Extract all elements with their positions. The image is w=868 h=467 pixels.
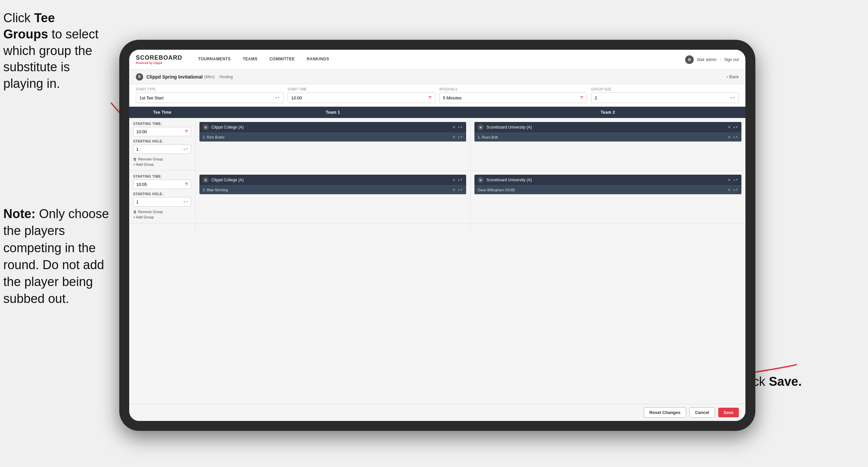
team-remove-x-1-1[interactable]: ✕ (452, 125, 456, 129)
start-type-input[interactable]: 1st Tee Start ▲▼ (136, 92, 284, 103)
logo-area: SCOREBOARD Powered by clippd (136, 54, 182, 65)
save-button[interactable]: Save (718, 408, 739, 417)
team-arrows-2-1[interactable]: ▲▼ (733, 126, 738, 128)
intervals-spinner[interactable]: ⏰ (580, 96, 583, 99)
player-name-1-2-1: 2. Blair McHarg (203, 188, 452, 192)
player-x-2-1-1[interactable]: ✕ (727, 135, 731, 140)
remove-group-btn-1[interactable]: 🗑 Remove Group (133, 157, 191, 161)
player-arrows-1-1-1[interactable]: ▲▼ (458, 136, 463, 139)
tee-actions-2: 🗑 Remove Group + Add Group (133, 210, 191, 219)
start-type-group: Start Type 1st Tee Start ▲▼ (136, 88, 284, 103)
logo-powered: Powered by clippd (136, 61, 182, 65)
tee-group-row-2: STARTING TIME: 10:05 ⏰ STARTING HOLE: 1 … (129, 171, 745, 224)
player-row-2-2-1[interactable]: Dave Billingham (SUB) ✕ ▲▼ (474, 185, 741, 194)
team-remove-x-1-2[interactable]: ✕ (452, 178, 456, 182)
starting-time-label-1: STARTING TIME: (133, 122, 191, 126)
instruction-top-text1: Click (3, 11, 34, 25)
starting-time-value-2: 10:05 (136, 182, 147, 187)
start-time-spinner[interactable]: ⏰ (428, 96, 432, 99)
hole-spinner-2[interactable]: ▲▼ (183, 201, 188, 203)
powered-by-text: Powered by (136, 61, 153, 65)
team-arrows-1-1[interactable]: ▲▼ (458, 126, 463, 128)
team-name-2-2: Scoreboard University (A) (486, 178, 725, 182)
nav-tournaments[interactable]: TOURNAMENTS (192, 50, 237, 69)
team-badge-2-2: B (478, 177, 484, 183)
group-size-group: Group Size 2 ▲▼ (591, 88, 739, 103)
team1-col-1: B Clippd College (A) ✕ ▲▼ 1. Rich Butler… (195, 118, 470, 170)
add-group-btn-1[interactable]: + Add Group (133, 163, 191, 166)
group-size-spinner[interactable]: ▲▼ (730, 96, 735, 99)
settings-row: Start Type 1st Tee Start ▲▼ Start Time 1… (129, 84, 745, 107)
trash-icon-1: 🗑 (133, 157, 137, 161)
back-button[interactable]: ‹ Back (726, 74, 739, 79)
nav-right: B blair admin | Sign out (685, 55, 739, 64)
starting-hole-value-2: 1 (136, 200, 138, 204)
trash-icon-2: 🗑 (133, 210, 137, 214)
hosting-label: Hosting (219, 75, 233, 79)
cancel-button[interactable]: Cancel (689, 407, 715, 418)
col-team1: Team 1 (195, 107, 470, 118)
team-badge-1-1: B (203, 124, 209, 130)
intervals-label: Intervals (439, 88, 587, 91)
team2-col-1: B Scoreboard University (A) ✕ ▲▼ 1. Rees… (470, 118, 745, 170)
group-size-input[interactable]: 2 ▲▼ (591, 92, 739, 103)
player-row-2-1-1[interactable]: 1. Rees Britt ✕ ▲▼ (474, 133, 741, 142)
start-time-group: Start Time 10:00 ⏰ (287, 88, 435, 103)
footer-bar: Reset Changes Cancel Save (129, 404, 745, 421)
player-name-2-2-1: Dave Billingham (SUB) (478, 188, 727, 192)
player-x-1-1-1[interactable]: ✕ (452, 135, 456, 140)
hole-spinner-1[interactable]: ▲▼ (183, 148, 188, 150)
team-card-header-2-2: B Scoreboard University (A) ✕ ▲▼ (474, 175, 741, 185)
add-group-btn-2[interactable]: + Add Group (133, 215, 191, 219)
player-actions-1-1-1: ✕ ▲▼ (452, 135, 463, 140)
team-card-header-2-1: B Scoreboard University (A) ✕ ▲▼ (474, 122, 741, 133)
player-arrows-1-2-1[interactable]: ▲▼ (458, 188, 463, 191)
starting-hole-label-2: STARTING HOLE: (133, 192, 191, 196)
team1-col-2: B Clippd College (A) ✕ ▲▼ 2. Blair McHar… (195, 171, 470, 223)
gender-label: (Men) (205, 75, 215, 79)
intervals-input[interactable]: 5 Minutes ⏰ (439, 92, 587, 103)
player-row-1-1-1[interactable]: 1. Rich Butler ✕ ▲▼ (199, 133, 466, 142)
team-remove-x-2-1[interactable]: ✕ (727, 125, 731, 129)
team-name-1-2: Clippd College (A) (211, 178, 450, 182)
time-spinner-2[interactable]: ⏰ (185, 183, 188, 185)
start-type-spinner[interactable]: ▲▼ (275, 96, 280, 99)
nav-committee[interactable]: COMMITTEE (264, 50, 301, 69)
instruction-note: Note: Only choose the players competing … (3, 205, 113, 308)
team-card-1-1: B Clippd College (A) ✕ ▲▼ 1. Rich Butler… (199, 122, 466, 142)
team-card-1-2: B Clippd College (A) ✕ ▲▼ 2. Blair McHar… (199, 175, 466, 194)
team-name-1-1: Clippd College (A) (211, 125, 450, 129)
nav-username: blair admin (697, 57, 717, 62)
player-row-1-2-1[interactable]: 2. Blair McHarg ✕ ▲▼ (199, 185, 466, 194)
team-card-2-2: B Scoreboard University (A) ✕ ▲▼ Dave Bi… (474, 175, 741, 194)
starting-hole-input-1[interactable]: 1 ▲▼ (133, 145, 191, 154)
start-time-input[interactable]: 10:00 ⏰ (287, 92, 435, 103)
player-arrows-2-1-1[interactable]: ▲▼ (733, 136, 738, 139)
starting-time-input-2[interactable]: 10:05 ⏰ (133, 180, 191, 189)
start-time-label: Start Time (287, 88, 435, 91)
starting-hole-input-2[interactable]: 1 ▲▼ (133, 197, 191, 206)
starting-time-input-1[interactable]: 10:00 ⏰ (133, 127, 191, 136)
reset-changes-button[interactable]: Reset Changes (644, 407, 686, 418)
nav-links: TOURNAMENTS TEAMS COMMITTEE RANKINGS (192, 50, 685, 69)
player-arrows-2-2-1[interactable]: ▲▼ (733, 188, 738, 191)
player-x-1-2-1[interactable]: ✕ (452, 187, 456, 192)
team-arrows-1-2[interactable]: ▲▼ (458, 179, 463, 181)
intervals-value: 5 Minutes (443, 95, 462, 100)
player-x-2-2-1[interactable]: ✕ (727, 187, 731, 192)
tee-controls-2: STARTING TIME: 10:05 ⏰ STARTING HOLE: 1 … (129, 171, 195, 223)
logo-scoreboard: SCOREBOARD (136, 54, 182, 61)
nav-avatar: B (685, 55, 694, 64)
time-spinner-1[interactable]: ⏰ (185, 130, 188, 133)
start-time-value: 10:00 (291, 95, 302, 100)
team-remove-x-2-2[interactable]: ✕ (727, 178, 731, 182)
navbar: SCOREBOARD Powered by clippd TOURNAMENTS… (129, 50, 745, 69)
col-team2: Team 2 (470, 107, 745, 118)
team-arrows-2-2[interactable]: ▲▼ (733, 179, 738, 181)
group-size-label: Group Size (591, 88, 739, 91)
nav-signout[interactable]: Sign out (724, 57, 739, 62)
nav-rankings[interactable]: RANKINGS (301, 50, 335, 69)
remove-group-btn-2[interactable]: 🗑 Remove Group (133, 210, 191, 214)
click-save-bold: Save. (769, 375, 802, 388)
nav-teams[interactable]: TEAMS (237, 50, 264, 69)
